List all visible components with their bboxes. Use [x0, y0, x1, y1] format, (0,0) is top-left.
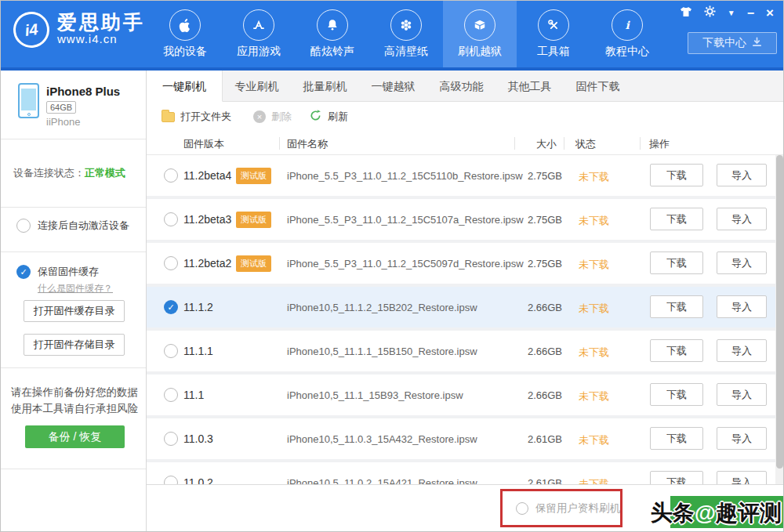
download-button[interactable]: 下载 — [650, 208, 703, 230]
download-button[interactable]: 下载 — [650, 164, 703, 186]
firmware-table-row[interactable]: 11.2beta3 测试版 iPhone_5.5_P3_11.0_11.2_15… — [147, 199, 784, 240]
firmware-table-row[interactable]: 11.1 iPhone10,5_11.1_15B93_Restore.ipsw … — [147, 375, 784, 415]
nav-item-tutorials[interactable]: i 教程中心 — [590, 1, 664, 67]
import-button[interactable]: 导入 — [717, 339, 767, 362]
auto-activate-option[interactable]: 连接后自动激活设备 — [16, 219, 129, 233]
app-url: www.i4.cn — [57, 32, 145, 45]
firmware-table-body: 11.2beta4 测试版 iPhone_5.5_P3_11.0_11.2_15… — [147, 155, 784, 484]
open-storage-dir-button[interactable]: 打开固件存储目录 — [24, 334, 125, 356]
download-button[interactable]: 下载 — [650, 383, 703, 406]
firmware-filename: iPhone_5.5_P3_11.0_11.2_15C5110b_Restore… — [287, 170, 523, 182]
i4tools-window: i4 爱思助手 www.i4.cn 我的设备 应用游戏 — [0, 0, 784, 532]
import-button[interactable]: 导入 — [717, 471, 767, 484]
keep-cache-option[interactable]: 保留固件缓存 — [16, 265, 99, 279]
nav-item-my-device[interactable]: 我的设备 — [148, 1, 222, 67]
row-radio[interactable] — [164, 300, 178, 314]
tab-other-tools[interactable]: 其他工具 — [495, 71, 564, 101]
row-radio[interactable] — [164, 256, 178, 270]
download-icon — [752, 37, 762, 49]
import-button[interactable]: 导入 — [717, 383, 767, 406]
delete-button[interactable]: 删除 — [253, 110, 292, 124]
tab-batch-flash[interactable]: 批量刷机 — [291, 71, 359, 101]
tab-firmware-download[interactable]: 固件下载 — [564, 71, 632, 101]
firmware-filename: iPhone10,5_11.1_15B93_Restore.ipsw — [287, 389, 463, 401]
download-button[interactable]: 下载 — [650, 471, 703, 484]
keep-user-data-radio[interactable] — [516, 502, 528, 515]
firmware-size: 2.61GB — [499, 433, 562, 445]
close-icon[interactable]: × — [766, 7, 774, 20]
firmware-table-row[interactable]: 11.2beta2 测试版 iPhone_5.5_P3_11.0_11.2_15… — [147, 243, 784, 284]
firmware-table-row[interactable]: 11.2beta4 测试版 iPhone_5.5_P3_11.0_11.2_15… — [147, 155, 784, 196]
tab-advanced[interactable]: 高级功能 — [427, 71, 495, 101]
download-center-button[interactable]: 下载中心 — [688, 32, 777, 54]
open-folder-button[interactable]: 打开文件夹 — [162, 110, 231, 124]
download-button[interactable]: 下载 — [650, 427, 703, 450]
iphone-device-icon — [18, 83, 39, 118]
firmware-filename: iPhone10,5_11.1.1_15B150_Restore.ipsw — [287, 346, 477, 357]
firmware-table-row[interactable]: 11.1.1 iPhone10,5_11.1.1_15B150_Restore.… — [147, 331, 784, 371]
nav-item-flash-jailbreak[interactable]: 刷机越狱 — [443, 1, 517, 67]
backup-restore-button[interactable]: 备份 / 恢复 — [25, 425, 125, 448]
table-header: 固件版本 固件名称 大小 状态 操作 — [147, 132, 784, 155]
row-radio[interactable] — [164, 168, 178, 183]
bell-icon — [317, 9, 348, 41]
apple-icon — [169, 9, 201, 41]
firmware-size: 2.75GB — [499, 214, 562, 226]
cache-help-link[interactable]: 什么是固件缓存？ — [38, 282, 113, 295]
column-action: 操作 — [649, 137, 670, 151]
keep-user-data-label: 保留用户资料刷机 — [535, 501, 620, 516]
firmware-size: 2.75GB — [499, 258, 562, 270]
firmware-version: 11.0.2 — [183, 476, 213, 484]
nav-item-toolbox[interactable]: 工具箱 — [517, 1, 590, 67]
firmware-status: 未下载 — [579, 258, 609, 272]
firmware-table-row[interactable]: 11.0.2 iPhone10,5_11.0.2_15A421_Restore.… — [147, 462, 784, 484]
row-radio[interactable] — [164, 212, 178, 226]
chevron-down-icon[interactable]: ▼ — [728, 7, 735, 20]
import-button[interactable]: 导入 — [717, 252, 767, 274]
firmware-table-row[interactable]: 11.1.2 iPhone10,5_11.1.2_15B202_Restore.… — [147, 287, 784, 328]
column-status: 状态 — [575, 137, 596, 151]
beta-badge: 测试版 — [236, 212, 271, 228]
watermark: 头条@趣评测 — [670, 496, 784, 528]
device-name: iPhone8 Plus — [46, 85, 120, 98]
firmware-filename: iPhone_5.5_P3_11.0_11.2_15C5097d_Restore… — [287, 258, 524, 270]
row-radio[interactable] — [164, 344, 178, 358]
window-controls: ▼ − × — [680, 5, 774, 20]
firmware-table-row[interactable]: 11.0.3 iPhone10,5_11.0.3_15A432_Restore.… — [147, 418, 784, 459]
connection-status: 设备连接状态：正常模式 — [13, 166, 125, 180]
beta-badge: 测试版 — [236, 255, 271, 272]
scrollbar-thumb[interactable] — [776, 155, 783, 469]
refresh-button[interactable]: 刷新 — [309, 109, 348, 125]
keep-cache-checkbox[interactable] — [16, 265, 31, 279]
bottom-bar: 保留用户资料刷机 头条@趣评测 — [147, 484, 784, 532]
nav-item-apps-games[interactable]: 应用游戏 — [222, 1, 296, 67]
gear-icon[interactable] — [704, 5, 716, 20]
firmware-status: 未下载 — [579, 170, 609, 184]
firmware-version: 11.0.3 — [183, 432, 213, 445]
shirt-skin-icon[interactable] — [680, 6, 692, 20]
firmware-filename: iPhone10,5_11.0.2_15A421_Restore.ipsw — [287, 477, 477, 484]
tab-one-click-flash[interactable]: 一键刷机 — [147, 71, 223, 102]
auto-activate-radio[interactable] — [16, 219, 31, 233]
tab-one-click-jailbreak[interactable]: 一键越狱 — [359, 71, 427, 101]
sidebar: iPhone8 Plus 64GB iiPhone 设备连接状态：正常模式 连接… — [1, 71, 147, 532]
row-radio[interactable] — [164, 388, 178, 402]
import-button[interactable]: 导入 — [717, 164, 767, 186]
row-radio[interactable] — [164, 432, 178, 446]
import-button[interactable]: 导入 — [717, 208, 767, 230]
minimize-icon[interactable]: − — [747, 7, 754, 20]
open-cache-dir-button[interactable]: 打开固件缓存目录 — [24, 300, 125, 322]
tab-pro-flash[interactable]: 专业刷机 — [223, 71, 291, 101]
firmware-version: 11.1.1 — [183, 345, 213, 357]
firmware-size: 2.61GB — [499, 477, 562, 484]
download-button[interactable]: 下载 — [650, 252, 703, 274]
nav-item-ringtones[interactable]: 酷炫铃声 — [296, 1, 369, 67]
flower-icon — [390, 9, 422, 41]
import-button[interactable]: 导入 — [717, 295, 767, 318]
import-button[interactable]: 导入 — [717, 427, 767, 450]
row-radio[interactable] — [164, 476, 178, 484]
download-button[interactable]: 下载 — [650, 295, 703, 318]
download-button[interactable]: 下载 — [650, 339, 703, 362]
nav-item-wallpapers[interactable]: 高清壁纸 — [369, 1, 443, 67]
toolbar: 打开文件夹 删除 刷新 — [147, 102, 784, 132]
